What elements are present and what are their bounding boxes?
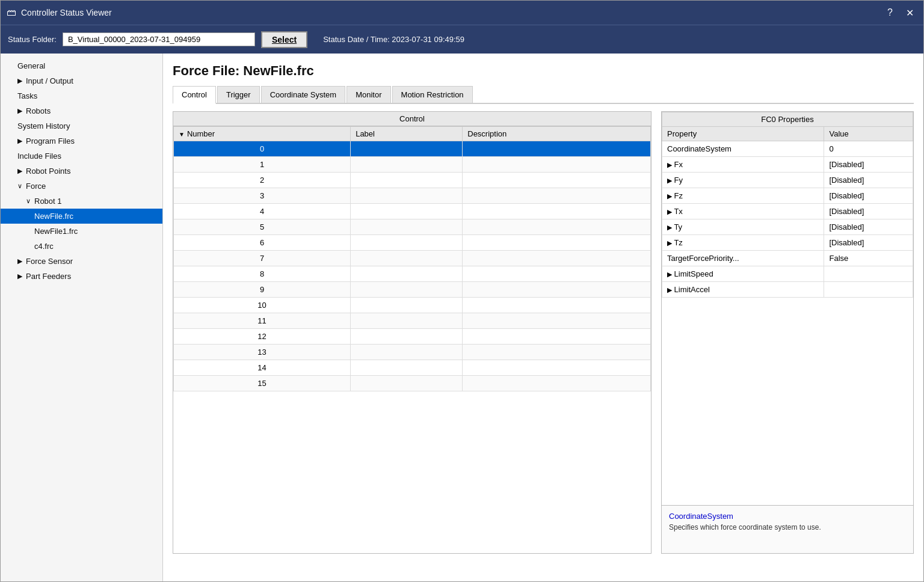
control-table-row[interactable]: 6 — [174, 235, 651, 251]
sidebar-item-robot-1[interactable]: ∨ Robot 1 — [1, 194, 162, 209]
expand-icon[interactable]: ▶ — [667, 192, 672, 200]
control-table-row[interactable]: 0 — [174, 141, 651, 157]
cell-label — [351, 204, 463, 219]
expand-icon[interactable]: ▶ — [667, 161, 672, 168]
sidebar-item-robots[interactable]: ▶ Robots — [1, 103, 162, 118]
prop-value — [824, 282, 913, 298]
sidebar-item-force-sensor[interactable]: ▶ Force Sensor — [1, 254, 162, 269]
props-table-row[interactable]: ▶ Fy[Disabled] — [662, 173, 913, 188]
control-table-row[interactable]: 4 — [174, 204, 651, 219]
control-table-row[interactable]: 2 — [174, 173, 651, 188]
expand-icon-robots: ▶ — [17, 107, 22, 115]
expand-icon[interactable]: ▶ — [667, 224, 672, 231]
control-table-row[interactable]: 7 — [174, 251, 651, 266]
prop-name: ▶ Fx — [662, 157, 824, 173]
expand-icon[interactable]: ▶ — [667, 177, 672, 184]
sidebar-item-force[interactable]: ∨ Force — [1, 179, 162, 194]
cell-number: 4 — [174, 204, 351, 219]
close-button[interactable]: ✕ — [902, 6, 917, 20]
sidebar-item-robot-points[interactable]: ▶ Robot Points — [1, 164, 162, 179]
control-panel: Control ▼Number Label Description — [173, 111, 651, 554]
col-description: Description — [463, 127, 651, 141]
desc-title: CoordinateSystem — [669, 512, 906, 521]
control-table-row[interactable]: 1 — [174, 157, 651, 173]
control-table-row[interactable]: 3 — [174, 188, 651, 204]
props-table-row[interactable]: ▶ LimitAccel — [662, 282, 913, 298]
system-history-label: System History — [17, 121, 70, 130]
props-table-row[interactable]: ▶ LimitSpeed — [662, 266, 913, 282]
cell-number: 14 — [174, 360, 351, 376]
expand-icon[interactable]: ▶ — [667, 286, 672, 293]
part-feeders-label: Part Feeders — [26, 272, 71, 281]
tab-control[interactable]: Control — [173, 86, 216, 104]
status-folder-input[interactable] — [63, 32, 255, 46]
title-bar-left: 🗃 Controller Status Viewer — [7, 7, 112, 18]
prop-value: [Disabled] — [824, 204, 913, 219]
props-table-row[interactable]: ▶ Fz[Disabled] — [662, 188, 913, 204]
props-table-row[interactable]: ▶ Tz[Disabled] — [662, 235, 913, 251]
tab-trigger[interactable]: Trigger — [217, 86, 260, 103]
cell-description — [463, 298, 651, 313]
tab-coordinate-system[interactable]: Coordinate System — [261, 86, 346, 103]
description-box: CoordinateSystem Specifies which force c… — [661, 506, 914, 554]
sidebar-item-newfile1-frc[interactable]: NewFile1.frc — [1, 224, 162, 239]
control-table-row[interactable]: 13 — [174, 345, 651, 360]
cell-label — [351, 298, 463, 313]
status-folder-label: Status Folder: — [8, 35, 57, 44]
control-table-row[interactable]: 14 — [174, 360, 651, 376]
control-table-row[interactable]: 8 — [174, 266, 651, 282]
cell-description — [463, 266, 651, 282]
cell-description — [463, 329, 651, 345]
control-table-row[interactable]: 9 — [174, 282, 651, 298]
sidebar-item-general[interactable]: General — [1, 58, 162, 73]
col-property: Property — [662, 127, 824, 141]
cell-description — [463, 251, 651, 266]
prop-value: [Disabled] — [824, 235, 913, 251]
file-title: Force File: NewFile.frc — [173, 63, 914, 79]
prop-name: CoordinateSystem — [662, 141, 824, 157]
expand-icon[interactable]: ▶ — [667, 271, 672, 278]
control-table-row[interactable]: 5 — [174, 219, 651, 235]
sidebar-item-c4-frc[interactable]: c4.frc — [1, 239, 162, 254]
prop-value: False — [824, 251, 913, 266]
help-button[interactable]: ? — [884, 6, 896, 19]
expand-icon[interactable]: ▶ — [667, 239, 672, 247]
title-bar: 🗃 Controller Status Viewer ? ✕ — [1, 1, 923, 25]
sidebar-item-part-feeders[interactable]: ▶ Part Feeders — [1, 269, 162, 284]
col-number: ▼Number — [174, 127, 351, 141]
robot-points-label: Robot Points — [26, 167, 70, 176]
control-table-row[interactable]: 10 — [174, 298, 651, 313]
cell-number: 10 — [174, 298, 351, 313]
title-bar-controls: ? ✕ — [884, 6, 917, 20]
cell-label — [351, 235, 463, 251]
sidebar-item-input-output[interactable]: ▶ Input / Output — [1, 73, 162, 88]
sidebar-item-tasks[interactable]: Tasks — [1, 88, 162, 103]
cell-label — [351, 329, 463, 345]
desc-text: Specifies which force coordinate system … — [669, 523, 906, 531]
prop-name: ▶ Fy — [662, 173, 824, 188]
cell-description — [463, 157, 651, 173]
props-table-row[interactable]: TargetForcePriority...False — [662, 251, 913, 266]
sidebar-item-newfile-frc[interactable]: NewFile.frc — [1, 209, 162, 224]
tab-motion-restriction[interactable]: Motion Restriction — [392, 86, 473, 103]
prop-name: ▶ Ty — [662, 219, 824, 235]
props-table-row[interactable]: ▶ Ty[Disabled] — [662, 219, 913, 235]
control-table-row[interactable]: 11 — [174, 313, 651, 329]
include-files-label: Include Files — [17, 152, 61, 161]
robot-1-label: Robot 1 — [34, 197, 62, 206]
expand-icon[interactable]: ▶ — [667, 208, 672, 215]
control-table-row[interactable]: 15 — [174, 376, 651, 391]
props-table-row[interactable]: ▶ Tx[Disabled] — [662, 204, 913, 219]
tab-monitor[interactable]: Monitor — [346, 86, 390, 103]
cell-number: 13 — [174, 345, 351, 360]
prop-name: ▶ Tz — [662, 235, 824, 251]
control-table-row[interactable]: 12 — [174, 329, 651, 345]
sidebar-item-system-history[interactable]: System History — [1, 118, 162, 133]
cell-label — [351, 188, 463, 204]
prop-name: ▶ Fz — [662, 188, 824, 204]
props-table-row[interactable]: ▶ Fx[Disabled] — [662, 157, 913, 173]
sidebar-item-program-files[interactable]: ▶ Program Files — [1, 133, 162, 149]
select-button[interactable]: Select — [261, 31, 307, 48]
props-table-row[interactable]: CoordinateSystem0 — [662, 141, 913, 157]
sidebar-item-include-files[interactable]: Include Files — [1, 149, 162, 164]
